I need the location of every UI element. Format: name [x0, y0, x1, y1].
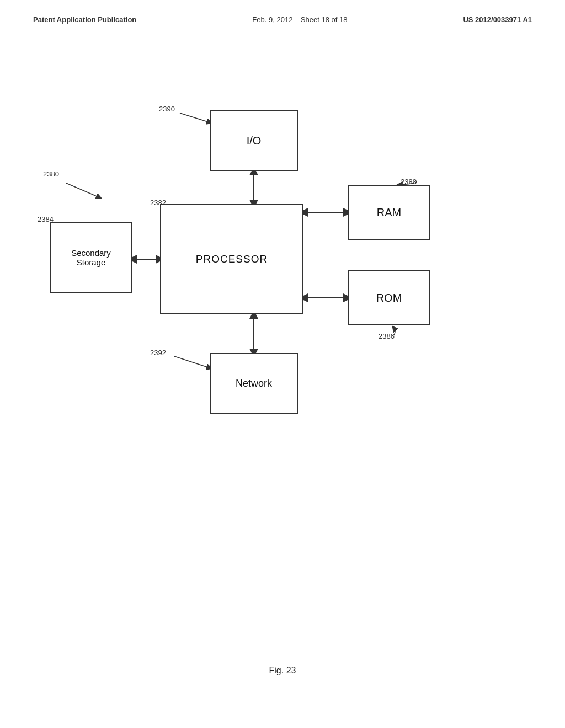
rom-box: ROM	[348, 270, 430, 325]
header-left: Patent Application Publication	[33, 15, 136, 24]
processor-box: PROCESSOR	[160, 204, 303, 314]
secondary-storage-label: Secondary Storage	[71, 248, 111, 267]
ref-2390: 2390	[159, 105, 175, 113]
io-label: I/O	[247, 135, 262, 147]
header-sheet: Sheet 18 of 18	[301, 15, 348, 24]
io-box: I/O	[210, 110, 298, 171]
svg-line-10	[180, 113, 210, 122]
diagram-area: I/O PROCESSOR Secondary Storage RAM ROM …	[0, 77, 565, 601]
ref-2388: 2388	[401, 178, 417, 186]
ref-2386: 2386	[379, 332, 395, 340]
header-right: US 2012/0033971 A1	[463, 15, 532, 24]
page-header: Patent Application Publication Feb. 9, 2…	[0, 0, 565, 24]
ref-2384: 2384	[38, 215, 54, 223]
header-center: Feb. 9, 2012 Sheet 18 of 18	[252, 15, 347, 24]
network-box: Network	[210, 353, 298, 414]
secondary-storage-box: Secondary Storage	[50, 222, 132, 293]
ref-2382: 2382	[150, 199, 166, 207]
network-label: Network	[236, 378, 272, 389]
figure-caption: Fig. 23	[0, 666, 565, 676]
ref-2380: 2380	[43, 170, 59, 178]
ram-box: RAM	[348, 185, 430, 240]
svg-line-13	[174, 356, 210, 368]
svg-line-9	[66, 183, 99, 197]
ref-2392: 2392	[150, 349, 166, 357]
header-date: Feb. 9, 2012	[252, 15, 292, 24]
ram-label: RAM	[377, 206, 401, 219]
processor-label: PROCESSOR	[196, 253, 268, 265]
rom-label: ROM	[376, 292, 402, 304]
